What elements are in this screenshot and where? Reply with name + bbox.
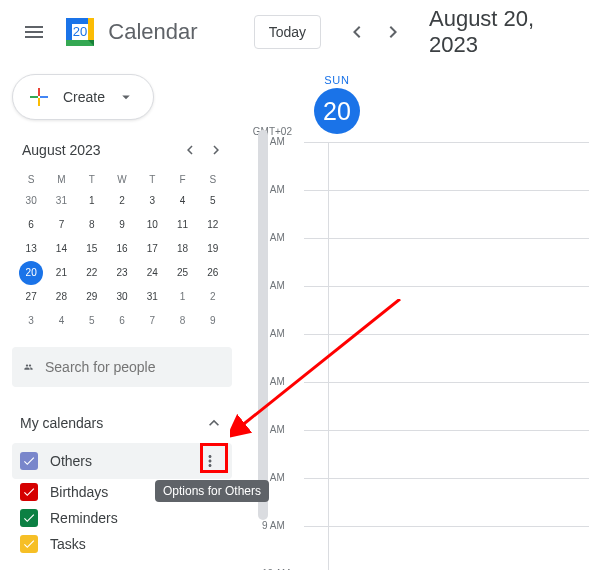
mini-day[interactable]: 8	[77, 213, 107, 237]
mini-day[interactable]: 7	[137, 309, 167, 333]
calendar-label: Others	[50, 453, 196, 469]
mini-dow: T	[77, 170, 107, 189]
hour-row[interactable]: 9 AM	[304, 526, 589, 570]
mini-day[interactable]: 31	[137, 285, 167, 309]
mini-day[interactable]: 24	[137, 261, 167, 285]
mini-prev-month-button[interactable]	[178, 138, 202, 162]
calendar-checkbox[interactable]	[20, 452, 38, 470]
mini-day[interactable]: 12	[198, 213, 228, 237]
chevron-right-icon	[207, 141, 225, 159]
mini-day[interactable]: 31	[46, 189, 76, 213]
mini-day[interactable]: 4	[46, 309, 76, 333]
create-button[interactable]: Create	[12, 74, 154, 120]
mini-day[interactable]: 1	[77, 189, 107, 213]
calendar-checkbox[interactable]	[20, 535, 38, 553]
scrollbar[interactable]	[258, 130, 268, 520]
mini-day[interactable]: 27	[16, 285, 46, 309]
mini-day[interactable]: 25	[167, 261, 197, 285]
mini-day[interactable]: 3	[137, 189, 167, 213]
mini-dow: S	[16, 170, 46, 189]
chevron-up-icon	[204, 413, 224, 433]
day-of-week: SUN	[314, 74, 360, 86]
mini-day[interactable]: 4	[167, 189, 197, 213]
mini-day[interactable]: 9	[198, 309, 228, 333]
mini-day[interactable]: 5	[198, 189, 228, 213]
mini-day[interactable]: 9	[107, 213, 137, 237]
mini-dow: F	[167, 170, 197, 189]
next-period-button[interactable]	[377, 16, 409, 48]
mini-day[interactable]: 19	[198, 237, 228, 261]
chevron-right-icon	[381, 20, 405, 44]
hour-row[interactable]: 1 AM	[304, 142, 589, 190]
hour-row[interactable]: 6 AM	[304, 382, 589, 430]
hour-row[interactable]: 5 AM	[304, 334, 589, 382]
mini-day[interactable]: 30	[16, 189, 46, 213]
calendar-label: Reminders	[50, 510, 224, 526]
chevron-left-icon	[345, 20, 369, 44]
hour-row[interactable]: 8 AM	[304, 478, 589, 526]
plus-icon	[27, 85, 51, 109]
app-logo[interactable]: 20 Calendar	[60, 12, 197, 52]
mini-day[interactable]: 10	[137, 213, 167, 237]
mini-next-month-button[interactable]	[204, 138, 228, 162]
calendar-checkbox[interactable]	[20, 483, 38, 501]
chevron-left-icon	[181, 141, 199, 159]
calendar-logo-icon: 20	[60, 12, 100, 52]
hour-row[interactable]: 3 AM	[304, 238, 589, 286]
mini-day[interactable]: 21	[46, 261, 76, 285]
hour-label: 9 AM	[262, 520, 285, 531]
mini-day[interactable]: 28	[46, 285, 76, 309]
mini-dow: W	[107, 170, 137, 189]
calendar-options-button[interactable]	[196, 447, 224, 475]
mini-day[interactable]: 14	[46, 237, 76, 261]
day-number: 20	[314, 88, 360, 134]
mini-day[interactable]: 15	[77, 237, 107, 261]
mini-day[interactable]: 13	[16, 237, 46, 261]
mini-day[interactable]: 3	[16, 309, 46, 333]
header: 20 Calendar Today August 20, 2023	[0, 0, 589, 64]
mini-day[interactable]: 26	[198, 261, 228, 285]
hamburger-icon	[22, 20, 46, 44]
mini-day[interactable]: 7	[46, 213, 76, 237]
svg-text:20: 20	[73, 24, 87, 39]
mini-day[interactable]: 6	[107, 309, 137, 333]
mini-day[interactable]: 2	[107, 189, 137, 213]
today-button[interactable]: Today	[254, 15, 321, 49]
main-menu-button[interactable]	[12, 8, 56, 56]
mini-day[interactable]: 6	[16, 213, 46, 237]
hour-row[interactable]: 7 AM	[304, 430, 589, 478]
mini-day[interactable]: 29	[77, 285, 107, 309]
options-tooltip: Options for Others	[155, 480, 269, 502]
hour-row[interactable]: 2 AM	[304, 190, 589, 238]
caret-down-icon	[117, 88, 135, 106]
my-calendars-toggle[interactable]: My calendars	[12, 407, 232, 439]
calendar-item[interactable]: Tasks	[12, 531, 232, 557]
mini-day[interactable]: 23	[107, 261, 137, 285]
mini-calendar-title: August 2023	[16, 142, 101, 158]
calendar-label: Tasks	[50, 536, 224, 552]
prev-period-button[interactable]	[341, 16, 373, 48]
app-name: Calendar	[108, 19, 197, 45]
calendar-checkbox[interactable]	[20, 509, 38, 527]
hour-row[interactable]: 4 AM	[304, 286, 589, 334]
mini-day[interactable]: 22	[77, 261, 107, 285]
mini-day[interactable]: 18	[167, 237, 197, 261]
mini-day[interactable]: 5	[77, 309, 107, 333]
mini-day[interactable]: 11	[167, 213, 197, 237]
mini-day[interactable]: 2	[198, 285, 228, 309]
mini-day[interactable]: 30	[107, 285, 137, 309]
calendar-item[interactable]: Others	[12, 443, 232, 479]
time-grid[interactable]: 1 AM2 AM3 AM4 AM5 AM6 AM7 AM8 AM9 AM10 A…	[248, 142, 589, 570]
mini-day[interactable]: 1	[167, 285, 197, 309]
search-people-input[interactable]	[45, 359, 220, 375]
mini-day[interactable]: 20	[16, 261, 46, 285]
mini-day[interactable]: 16	[107, 237, 137, 261]
mini-dow: T	[137, 170, 167, 189]
search-people[interactable]	[12, 347, 232, 387]
mini-day[interactable]: 8	[167, 309, 197, 333]
mini-dow: M	[46, 170, 76, 189]
calendar-item[interactable]: Reminders	[12, 505, 232, 531]
create-label: Create	[63, 89, 105, 105]
day-header[interactable]: SUN 20	[314, 74, 360, 134]
mini-day[interactable]: 17	[137, 237, 167, 261]
